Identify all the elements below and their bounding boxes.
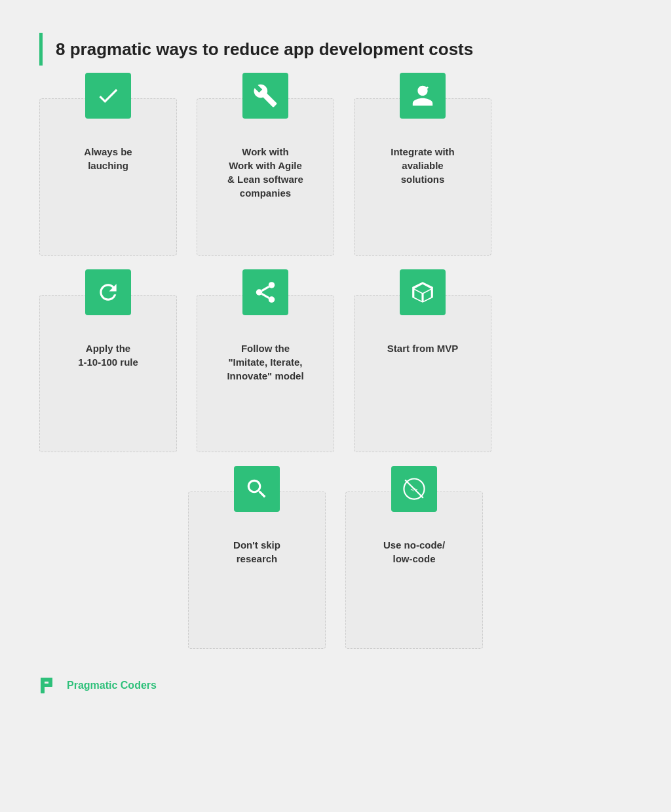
- svg-text:</>: </>: [411, 487, 418, 492]
- search-icon-bg: [234, 466, 280, 512]
- card-label-7: Don't skipresearch: [233, 538, 280, 566]
- card-label-8: Use no-code/low-code: [383, 538, 445, 566]
- person-check-icon: [410, 83, 435, 108]
- card-work-with-agile: Work withWork with Agile& Lean softwarec…: [197, 98, 334, 256]
- no-code-icon: </>: [402, 476, 427, 501]
- wrench-icon: [253, 83, 278, 108]
- wrench-icon-bg: [242, 73, 288, 119]
- brand-logo-icon: [39, 675, 60, 696]
- header-accent-bar: [39, 33, 43, 66]
- card-label-2: Work withWork with Agile& Lean softwarec…: [227, 145, 303, 200]
- share-icon: [253, 280, 278, 305]
- card-label-1: Always belauching: [84, 145, 132, 172]
- box-icon-bg: [400, 269, 446, 315]
- search-icon: [244, 476, 269, 501]
- card-label-5: Follow the"Imitate, Iterate,Innovate" mo…: [227, 341, 303, 383]
- card-label-4: Apply the1-10-100 rule: [78, 341, 138, 369]
- footer-logo: Pragmatic Coders: [39, 675, 157, 696]
- refresh-icon-bg: [85, 269, 131, 315]
- card-integrate: Integrate withavaliablesolutions: [354, 98, 491, 256]
- box-icon: [410, 280, 435, 305]
- person-check-icon-bg: [400, 73, 446, 119]
- card-mvp: Start from MVP: [354, 295, 491, 452]
- page-title: 8 pragmatic ways to reduce app developme…: [56, 39, 473, 60]
- svg-point-2: [269, 296, 275, 303]
- card-research: Don't skipresearch: [188, 492, 326, 649]
- brand-name: Pragmatic Coders: [67, 680, 157, 691]
- svg-rect-10: [41, 684, 50, 687]
- card-no-code: </> Use no-code/low-code: [345, 492, 483, 649]
- page-wrapper: // Dots 8 cols x 5 rows var cols=13,rows…: [0, 0, 671, 735]
- cards-row-1: Always belauching Work withWork with Agi…: [39, 98, 632, 256]
- share-icon-bg: [242, 269, 288, 315]
- card-imitate-iterate: Follow the"Imitate, Iterate,Innovate" mo…: [197, 295, 334, 452]
- refresh-icon: [96, 280, 121, 305]
- check-icon: [96, 83, 121, 108]
- cards-row-2: Apply the1-10-100 rule Follow the"Imitat…: [39, 295, 632, 452]
- svg-point-0: [269, 282, 275, 288]
- card-label-3: Integrate withavaliablesolutions: [391, 145, 455, 186]
- svg-line-4: [262, 286, 269, 290]
- no-code-icon-bg: </>: [391, 466, 437, 512]
- dot-pattern-bottom-right: var cols=13,rows=6,gap=20; for(var r=0;r…: [497, 617, 668, 689]
- svg-line-3: [262, 294, 269, 298]
- card-1-10-100: Apply the1-10-100 rule: [39, 295, 177, 452]
- dot-pattern-top-right: var cols=13,rows=5,gap=20; for(var r=0;r…: [497, 3, 668, 62]
- svg-rect-11: [48, 678, 52, 687]
- svg-point-1: [256, 289, 263, 296]
- card-label-6: Start from MVP: [387, 341, 458, 355]
- card-always-be-launching: Always belauching: [39, 98, 177, 256]
- check-icon-bg: [85, 73, 131, 119]
